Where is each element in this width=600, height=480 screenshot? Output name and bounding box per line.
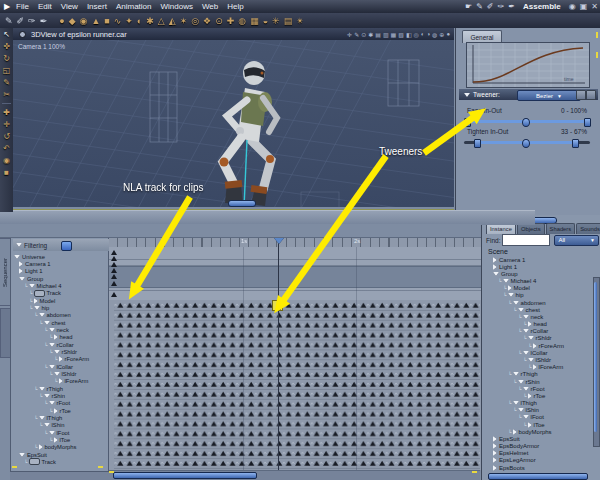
snap-icon[interactable]: ✱ bbox=[368, 31, 373, 38]
expander-icon[interactable] bbox=[523, 329, 529, 333]
expander-icon[interactable] bbox=[508, 285, 512, 291]
expander-icon[interactable] bbox=[49, 343, 55, 347]
filtering-header[interactable]: Filtering bbox=[13, 239, 109, 251]
tree-item-track[interactable]: └Track bbox=[14, 290, 106, 297]
tree-item-epslegarmor[interactable]: EpsLegArmor bbox=[488, 457, 592, 464]
tree-item-camera-1[interactable]: Camera 1 bbox=[14, 260, 106, 267]
hook-tool-icon[interactable]: ✒ bbox=[40, 16, 48, 26]
slider-handle[interactable] bbox=[474, 139, 481, 148]
insert-physics-icon[interactable]: ⊙ bbox=[215, 16, 223, 26]
expander-icon[interactable] bbox=[508, 293, 514, 297]
tree-item-neck[interactable]: └neck bbox=[488, 313, 592, 320]
pen-tool-icon[interactable]: ✐ bbox=[17, 16, 25, 26]
brush-tool-icon[interactable]: ✑ bbox=[28, 16, 36, 26]
expander-icon[interactable] bbox=[54, 334, 58, 340]
tree-item-group[interactable]: Group bbox=[488, 270, 592, 277]
keyframe-grid[interactable] bbox=[108, 300, 481, 470]
tighten-slider[interactable] bbox=[464, 141, 590, 144]
tree-item-lcollar[interactable]: └lCollar bbox=[488, 349, 592, 356]
restore-icon[interactable]: ▣ bbox=[580, 2, 588, 11]
render-full-icon[interactable]: ● bbox=[446, 31, 450, 37]
viewport-canvas[interactable]: Camera 1 100% bbox=[13, 40, 454, 207]
tree-item-lshin[interactable]: └lShin bbox=[14, 422, 106, 429]
expander-icon[interactable] bbox=[19, 277, 25, 281]
dolly-camera-icon[interactable]: ✛ bbox=[3, 120, 10, 129]
timeline-hscroll-thumb[interactable] bbox=[113, 472, 257, 479]
tree-item-rshin[interactable]: └rShin bbox=[488, 378, 592, 385]
expander-icon[interactable] bbox=[54, 372, 60, 376]
tree-item-lshldr[interactable]: └lShldr bbox=[488, 356, 592, 363]
tree-item-lshldr[interactable]: └lShldr bbox=[14, 370, 106, 377]
expander-icon[interactable] bbox=[493, 450, 497, 456]
expander-icon[interactable] bbox=[518, 408, 524, 412]
preview-cube-icon[interactable]: ■ bbox=[4, 168, 9, 177]
insert-camera-icon[interactable]: ◎ bbox=[191, 16, 199, 26]
expander-icon[interactable] bbox=[523, 387, 529, 391]
keyframe-marker[interactable] bbox=[111, 281, 117, 286]
tree-item-light-1[interactable]: Light 1 bbox=[488, 263, 592, 270]
expander-icon[interactable] bbox=[533, 364, 537, 370]
tree-item-epssuit[interactable]: EpsSuit bbox=[488, 435, 592, 442]
insert-plant-icon[interactable]: △ bbox=[158, 16, 165, 26]
tree-item-camera-1[interactable]: Camera 1 bbox=[488, 256, 592, 263]
expander-icon[interactable] bbox=[44, 321, 50, 325]
insert-skeleton-icon[interactable]: ✚ bbox=[227, 16, 235, 26]
tree-item-universe[interactable]: Universe bbox=[14, 253, 106, 260]
slider-handle[interactable] bbox=[522, 139, 530, 148]
tree-item-abdomen[interactable]: └abdomen bbox=[488, 299, 592, 306]
keyframe-marker[interactable] bbox=[111, 292, 117, 297]
layout-quad-icon[interactable]: ▦ bbox=[391, 31, 397, 38]
tree-item-model[interactable]: └Model bbox=[488, 285, 592, 292]
dolly-view-icon[interactable]: ✒ bbox=[508, 2, 515, 11]
keyframe-marker[interactable] bbox=[111, 250, 117, 255]
expander-icon[interactable] bbox=[513, 401, 519, 405]
insert-fire-icon[interactable]: ✴ bbox=[296, 16, 304, 26]
insert-magnet-icon[interactable]: ◒ bbox=[263, 16, 268, 26]
tree-item-lthigh[interactable]: └lThigh bbox=[14, 414, 106, 421]
expander-icon[interactable] bbox=[493, 257, 497, 263]
move-mode-icon[interactable]: ✛ bbox=[347, 31, 352, 38]
expander-icon[interactable] bbox=[523, 351, 529, 355]
playhead-handle[interactable] bbox=[274, 238, 284, 244]
expander-icon[interactable] bbox=[528, 358, 534, 362]
tree-item-ltoe[interactable]: └lToe bbox=[14, 436, 106, 443]
menu-edit[interactable]: Edit bbox=[38, 2, 52, 11]
tree-item-chest[interactable]: └chest bbox=[14, 319, 106, 326]
tweener-options-button[interactable] bbox=[586, 90, 596, 100]
tree-item-model[interactable]: └Model bbox=[14, 297, 106, 304]
expander-icon[interactable] bbox=[493, 465, 497, 471]
tree-item-hip[interactable]: └hip bbox=[488, 292, 592, 299]
tree-item-rshin[interactable]: └rShin bbox=[14, 392, 106, 399]
expander-icon[interactable] bbox=[493, 264, 497, 270]
keyframe-marker[interactable] bbox=[111, 262, 117, 267]
draw-mode-icon[interactable]: ✎ bbox=[354, 31, 359, 38]
insert-spline-icon[interactable]: ∿ bbox=[114, 16, 122, 26]
expander-icon[interactable] bbox=[19, 453, 25, 457]
tab-shaders[interactable]: Shaders bbox=[546, 223, 576, 234]
rotate-view-icon[interactable]: ✎ bbox=[476, 2, 483, 11]
filtering-button[interactable] bbox=[61, 241, 72, 251]
scale-tool-icon[interactable]: ◱ bbox=[3, 66, 11, 75]
pan-camera-icon[interactable]: ✚ bbox=[3, 108, 10, 117]
menu-file[interactable]: File bbox=[16, 2, 29, 11]
target-icon[interactable]: ⊙ bbox=[361, 31, 366, 38]
tree-item-rcollar[interactable]: └rCollar bbox=[14, 341, 106, 348]
expander-icon[interactable] bbox=[34, 306, 40, 310]
shade-flat-icon[interactable]: ◐ bbox=[421, 31, 425, 37]
expander-icon[interactable] bbox=[528, 422, 532, 428]
tree-item-group[interactable]: Group bbox=[14, 275, 106, 282]
viewport-collapse-icon[interactable] bbox=[19, 31, 26, 38]
move-tool-icon[interactable]: ✜ bbox=[3, 42, 10, 51]
expander-icon[interactable] bbox=[49, 365, 55, 369]
tree-item-rthigh[interactable]: └rThigh bbox=[14, 385, 106, 392]
panel-grip[interactable] bbox=[596, 32, 598, 38]
render-preview-icon[interactable]: ⊕ bbox=[439, 31, 444, 38]
tree-item-lshin[interactable]: └lShin bbox=[488, 407, 592, 414]
insert-morph-icon[interactable]: ◍ bbox=[238, 16, 246, 26]
scene-tree-scrollbar[interactable] bbox=[593, 277, 600, 447]
insert-metaball-icon[interactable]: ◐ bbox=[137, 16, 142, 26]
expander-icon[interactable] bbox=[493, 457, 497, 463]
expander-icon[interactable] bbox=[493, 436, 497, 442]
tree-item-track[interactable]: └Track bbox=[14, 458, 106, 465]
tree-item-rtoe[interactable]: └rToe bbox=[488, 392, 592, 399]
